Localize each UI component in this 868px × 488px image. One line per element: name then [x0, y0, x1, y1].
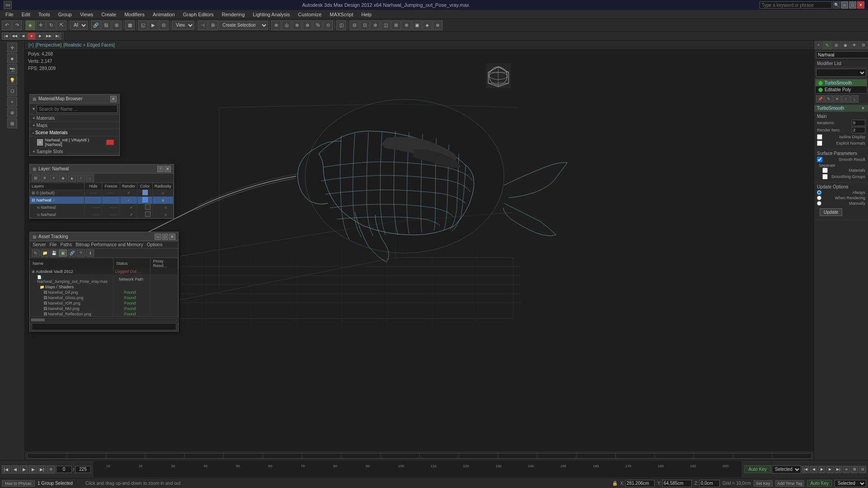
asset-row-vault[interactable]: ⊞Autodesk Vault 2012 Logged Out ... — [30, 269, 178, 274]
render-setup-btn[interactable]: ◱ — [138, 20, 148, 30]
anim-btn3[interactable]: ◀ — [19, 33, 27, 40]
menu-maxscript[interactable]: MAXScript — [326, 11, 357, 18]
current-frame-input[interactable] — [56, 466, 72, 473]
z-input[interactable] — [699, 480, 720, 487]
tool-extra7[interactable]: ▣ — [412, 20, 422, 30]
create-mode-icon[interactable]: + — [814, 41, 823, 50]
anim-btn7[interactable]: ▶| — [53, 33, 61, 40]
iterations-input[interactable] — [852, 120, 865, 126]
modifier-turbosmoooth[interactable]: TurboSmooth — [816, 80, 867, 86]
selection-dropdown[interactable]: Create Selection — [218, 21, 268, 30]
asset-menu-server[interactable]: Server — [33, 242, 46, 247]
modify-mode-icon[interactable]: ✎ — [823, 41, 832, 50]
search-icon[interactable]: 🔍 — [833, 1, 840, 9]
viewport-tag-perspective[interactable]: [Perspective] — [35, 42, 61, 47]
menu-animation[interactable]: Animation — [149, 11, 179, 18]
select-btn[interactable]: ◈ — [25, 20, 35, 30]
tool-extra9[interactable]: ⊛ — [433, 20, 443, 30]
prev-frame-btn[interactable]: ◀ — [11, 465, 19, 474]
menu-help[interactable]: Help — [358, 11, 375, 18]
timeline-ruler[interactable]: 10 20 30 40 50 60 70 80 90 100 110 120 1… — [93, 460, 742, 478]
array-btn[interactable]: ⊞ — [208, 20, 218, 30]
tool-extra4[interactable]: ◫ — [381, 20, 391, 30]
goto-end-btn[interactable]: ▶| — [38, 465, 46, 474]
scale-btn[interactable]: ⇱ — [57, 20, 66, 30]
modifier-dropdown-area[interactable] — [814, 68, 868, 78]
rotate-btn[interactable]: ↻ — [46, 20, 56, 30]
mirror-btn[interactable]: ⊣ — [198, 20, 208, 30]
timeline-btn5[interactable]: ▶| — [835, 466, 842, 473]
tool-extra1[interactable]: ⊟ — [349, 20, 359, 30]
left-tool-shape[interactable]: ⬡ — [7, 86, 17, 96]
lock-icon[interactable]: 🔒 — [612, 481, 618, 486]
material-browser-header[interactable]: ▦ Material/Map Browser ✕ — [30, 94, 119, 103]
scene-materials-section[interactable]: - Scene Materials — [30, 129, 119, 136]
hierarchy-mode-icon[interactable]: ⊞ — [832, 41, 841, 50]
anim-btn2[interactable]: ◀◀ — [10, 33, 19, 40]
asset-menu-paths[interactable]: Paths — [61, 242, 72, 247]
view-dropdown[interactable]: View — [172, 21, 194, 30]
menu-rendering[interactable]: Rendering — [218, 11, 249, 18]
menu-file[interactable]: File — [2, 11, 17, 18]
viewport-tag-plus[interactable]: [+] — [28, 42, 33, 47]
timeline-btn-keys[interactable]: ⚹ — [843, 466, 850, 473]
asset-menu-bitmap[interactable]: Bitmap Performance and Memory — [75, 242, 143, 247]
x-input[interactable] — [625, 480, 655, 487]
left-tool-select[interactable]: ◈ — [7, 53, 17, 63]
asset-btn-open[interactable]: 📁 — [41, 249, 49, 257]
modifier-editable-poly[interactable]: Editable Poly — [816, 86, 867, 93]
materials-checkbox[interactable] — [822, 168, 828, 173]
next-frame-btn[interactable]: ▶ — [29, 465, 37, 474]
layer-btn-new[interactable]: ⊞ — [32, 174, 40, 182]
snap-btn[interactable]: ⊕ — [271, 20, 281, 30]
layer-btn-move-down[interactable]: ↓ — [86, 174, 94, 182]
percent-snap-btn[interactable]: % — [313, 20, 323, 30]
layer-btn-select[interactable]: ◈ — [59, 174, 67, 182]
asset-row-ior[interactable]: 🖼Narwhal_IOR.png Found — [30, 300, 178, 306]
layer-close-button[interactable]: ✕ — [165, 166, 171, 172]
smoothing-groups-checkbox[interactable] — [822, 174, 828, 179]
material-browser-close[interactable]: ✕ — [110, 96, 117, 102]
menu-graph-editors[interactable]: Graph Editors — [179, 11, 217, 18]
total-frames-input[interactable] — [75, 466, 91, 473]
timeline-play-btn[interactable]: ▶ — [818, 466, 826, 473]
asset-menu-file[interactable]: File — [49, 242, 57, 247]
asset-btn-select[interactable]: ▣ — [59, 249, 67, 257]
timeline-btn-extra[interactable]: ⊟ — [859, 466, 866, 473]
asset-restore-btn[interactable]: □ — [162, 234, 168, 240]
modifier-dropdown[interactable] — [816, 69, 866, 77]
timeline-btn1[interactable]: |◀ — [802, 466, 809, 473]
tool-extra5[interactable]: ⊞ — [391, 20, 401, 30]
move-btn[interactable]: ✛ — [36, 20, 46, 30]
asset-path-input[interactable] — [32, 323, 176, 330]
render-iters-input[interactable] — [852, 127, 865, 133]
material-search-input[interactable] — [37, 105, 118, 113]
layer-row-sub1[interactable]: N Narhwal —— —— ✓ ☼ — [30, 204, 174, 211]
asset-row-nm[interactable]: 🖼Narwhal_NM.png Found — [30, 306, 178, 311]
frame-slider[interactable]: 0 / 225 — [0, 451, 814, 460]
tool-extra6[interactable]: ⊕ — [401, 20, 411, 30]
snap3-btn[interactable]: ⊗ — [292, 20, 302, 30]
menu-modifiers[interactable]: Modifiers — [121, 11, 148, 18]
utility-mode-icon[interactable]: ⚙ — [859, 41, 868, 50]
undo-icon[interactable]: ↶ — [2, 20, 12, 30]
collapse-icon[interactable]: ▼ — [861, 106, 865, 111]
menu-lighting[interactable]: Lighting Analysis — [249, 11, 293, 18]
anim-btn1[interactable]: |◀ — [2, 33, 10, 40]
unlink-btn[interactable]: ⛓ — [101, 20, 111, 30]
viewport-tag-render[interactable]: [Realistic + Edged Faces] — [63, 42, 115, 47]
left-tool-light[interactable]: 💡 — [7, 75, 17, 85]
named-sel-btn[interactable]: ◫ — [336, 20, 346, 30]
timeline-track[interactable] — [27, 453, 812, 459]
asset-row-maps[interactable]: 📁Maps / Shaders — [30, 284, 178, 290]
manually-radio[interactable] — [817, 201, 821, 206]
asset-close-btn[interactable]: ✕ — [169, 234, 175, 240]
quick-render-btn[interactable]: ▶ — [148, 20, 158, 30]
menu-create[interactable]: Create — [98, 11, 120, 18]
bind-btn[interactable]: ⊞ — [112, 20, 122, 30]
mod-pin-btn[interactable]: 📌 — [816, 95, 824, 103]
materials-section[interactable]: + Materials — [30, 115, 119, 122]
goto-start-btn[interactable]: |◀ — [2, 465, 10, 474]
minimize-button[interactable]: ─ — [841, 1, 848, 9]
object-name-input[interactable] — [816, 51, 868, 58]
